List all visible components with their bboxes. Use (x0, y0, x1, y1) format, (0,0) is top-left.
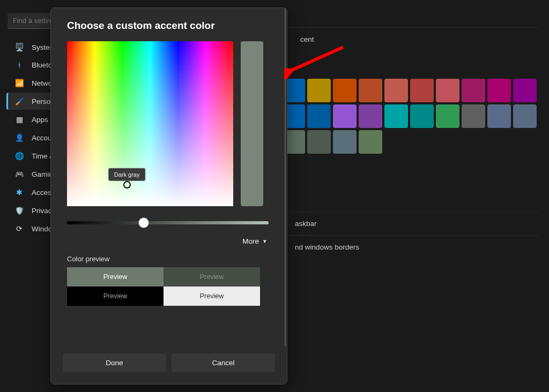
accent-swatch[interactable] (333, 79, 357, 102)
color-tooltip: Dark gray (108, 168, 146, 181)
accent-swatch[interactable] (462, 104, 485, 128)
chevron-down-icon: ▾ (263, 238, 266, 245)
accent-swatch[interactable] (307, 130, 331, 154)
bluetooth-icon: ᚼ (14, 61, 24, 69)
accent-swatch[interactable] (333, 130, 357, 154)
accent-swatch[interactable] (359, 79, 382, 102)
done-button[interactable]: Done (63, 353, 166, 372)
accent-swatch[interactable] (410, 104, 434, 128)
value-slider-track[interactable] (67, 221, 269, 224)
more-toggle[interactable]: More ▾ (67, 234, 269, 255)
accent-swatch[interactable] (359, 104, 382, 128)
privacy-icon: 🛡️ (14, 206, 24, 215)
accent-swatch[interactable] (513, 104, 537, 128)
accent-swatch[interactable] (462, 79, 485, 102)
accent-swatch[interactable] (333, 104, 357, 128)
preview-cell-on-white: Preview (164, 287, 260, 306)
selected-color-preview (241, 41, 263, 206)
windows-update-icon: ⟳ (14, 224, 24, 233)
accent-swatch[interactable] (513, 79, 537, 102)
saturation-value-panel[interactable]: Dark gray (67, 41, 233, 206)
preview-cell-accent-dark: Preview (164, 267, 260, 287)
more-label: More (242, 237, 259, 245)
accent-swatch[interactable] (436, 79, 459, 102)
preview-cell-accent-light: Preview (67, 267, 164, 287)
accent-swatch[interactable] (359, 130, 382, 154)
gaming-icon: 🎮 (14, 170, 24, 178)
color-preview-heading: Color preview (67, 255, 269, 263)
accent-swatch[interactable] (384, 104, 408, 128)
accent-swatch[interactable] (487, 79, 511, 102)
accent-swatch[interactable] (307, 79, 331, 102)
time-language-icon: 🌐 (14, 152, 24, 160)
taskbar-label-partial: askbar (295, 220, 317, 228)
accent-swatch[interactable] (487, 104, 511, 128)
accent-swatch-grid (281, 79, 544, 154)
accent-swatch[interactable] (410, 79, 434, 102)
preview-cell-on-black: Preview (67, 287, 164, 306)
personalization-icon: 🖌️ (14, 97, 24, 105)
accent-swatch[interactable] (307, 104, 331, 128)
network-icon: 📶 (14, 79, 24, 87)
color-picker-dialog: Choose a custom accent color Dark gray M… (50, 7, 287, 385)
dialog-title: Choose a custom accent color (67, 20, 269, 32)
apps-icon: ▦ (14, 115, 24, 124)
color-preview-grid: Preview Preview Preview Preview (67, 267, 260, 306)
accessibility-icon: ✱ (14, 188, 24, 197)
value-slider-thumb[interactable] (139, 218, 149, 228)
borders-label-partial: nd windows borders (295, 243, 359, 251)
sidebar-item-label: Apps (32, 116, 48, 124)
accent-label-partial: cent (300, 35, 314, 43)
system-icon: 🖥️ (14, 43, 24, 51)
accent-swatch[interactable] (436, 104, 459, 128)
accounts-icon: 👤 (14, 133, 24, 142)
accent-swatch[interactable] (384, 79, 408, 102)
cancel-button[interactable]: Cancel (172, 353, 275, 372)
sv-cursor[interactable] (123, 181, 131, 189)
